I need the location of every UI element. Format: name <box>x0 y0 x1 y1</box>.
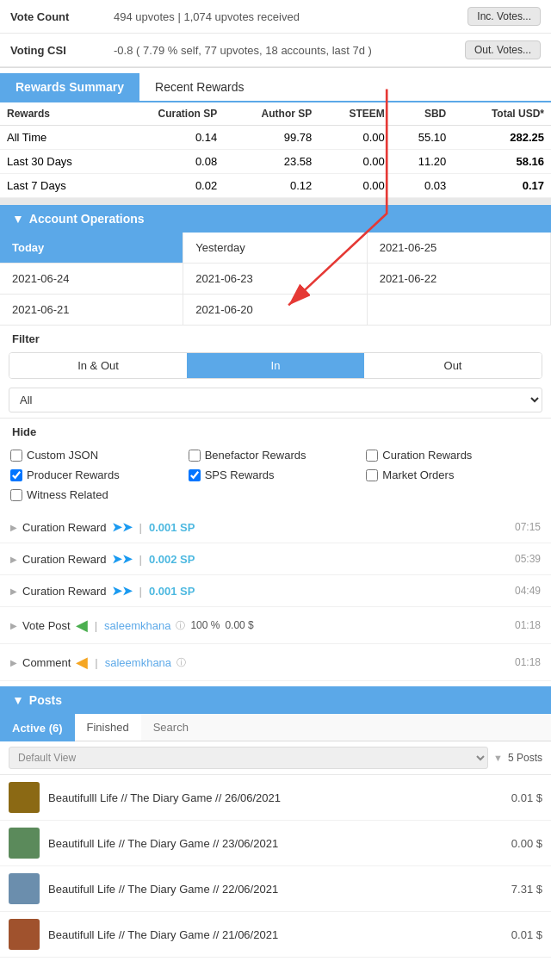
separator: | <box>139 521 142 534</box>
inc-votes-button[interactable]: Inc. Votes... <box>467 7 541 26</box>
reward-time: 04:49 <box>515 585 541 597</box>
row-total-usd: 0.17 <box>453 174 551 198</box>
post-thumbnail <box>9 782 40 813</box>
posts-search-input[interactable] <box>141 714 551 741</box>
hide-checkbox[interactable] <box>189 469 201 481</box>
post-value: 0.00 $ <box>511 837 542 850</box>
hide-item-label: Benefactor Rewards <box>205 449 306 462</box>
row-author-sp: 99.78 <box>224 126 319 150</box>
date-cell[interactable]: 2021-06-22 <box>368 264 551 295</box>
account-operations-header: ▼ Account Operations <box>0 205 551 233</box>
posts-toolbar: Default View ▼ 5 Posts <box>0 741 551 775</box>
date-cell[interactable]: 2021-06-24 <box>0 264 183 295</box>
vote-count-row: Vote Count 494 upvotes | 1,074 upvotes r… <box>0 0 551 34</box>
date-cell[interactable]: 2021-06-21 <box>0 295 183 326</box>
hide-checkbox-item[interactable]: Curation Rewards <box>364 445 542 465</box>
hide-checkbox[interactable] <box>10 489 22 501</box>
post-list-item[interactable]: Beautifull Life // The Diary Game // 23/… <box>0 821 551 866</box>
reward-percent: 100 % <box>190 619 220 631</box>
reward-expand-icon[interactable]: ▶ <box>10 658 17 667</box>
post-list-item[interactable]: Beautifulll Life // The Diary Game // 26… <box>0 775 551 821</box>
reward-time: 07:15 <box>515 521 541 533</box>
reward-time: 01:18 <box>515 656 541 668</box>
hide-item-label: Witness Related <box>27 488 108 501</box>
hide-checkbox[interactable] <box>10 469 22 481</box>
row-steem: 0.00 <box>319 150 392 174</box>
hide-checkbox-item[interactable]: Benefactor Rewards <box>187 445 365 465</box>
reward-list-item: ▶ Comment ◀ | saleemkhana ⓘ 01:18 <box>0 644 551 681</box>
col-steem: STEEM <box>319 102 392 126</box>
hide-checkbox[interactable] <box>366 450 378 462</box>
reward-expand-icon[interactable]: ▶ <box>10 523 17 532</box>
tab-active-posts[interactable]: Active (6) <box>0 714 75 741</box>
col-sbd: SBD <box>392 102 454 126</box>
row-steem: 0.00 <box>319 126 392 150</box>
voting-csi-label: Voting CSI <box>10 44 114 57</box>
date-cell[interactable]: 2021-06-23 <box>183 264 367 295</box>
table-row: Last 30 Days 0.08 23.58 0.00 11.20 58.16 <box>0 150 551 174</box>
hide-checkbox-item[interactable]: Market Orders <box>364 465 542 485</box>
tab-rewards-summary[interactable]: Rewards Summary <box>0 73 139 101</box>
posts-list: Beautifulll Life // The Diary Game // 26… <box>0 775 551 958</box>
reward-time: 05:39 <box>515 553 541 565</box>
vote-count-value: 494 upvotes | 1,074 upvotes received <box>114 10 467 23</box>
reward-sp-value: 0.002 SP <box>149 553 195 566</box>
hide-checkbox[interactable] <box>366 469 378 481</box>
rewards-tabs: Rewards Summary Recent Rewards <box>0 73 551 102</box>
row-label: All Time <box>0 126 116 150</box>
post-title: Beautifull Life // The Diary Game // 21/… <box>48 928 503 941</box>
post-title: Beautifull Life // The Diary Game // 23/… <box>48 837 503 850</box>
vote-icon: ◀ <box>76 616 88 635</box>
row-sbd: 11.20 <box>392 150 454 174</box>
voting-csi-row: Voting CSI -0.8 ( 7.79 % self, 77 upvote… <box>0 34 551 67</box>
reward-expand-icon[interactable]: ▶ <box>10 586 17 596</box>
date-cell[interactable] <box>368 295 551 326</box>
row-label: Last 7 Days <box>0 174 116 198</box>
hide-item-label: Custom JSON <box>27 449 98 462</box>
hide-label: Hide <box>0 419 551 442</box>
steem-icon: ➤➤ <box>112 520 133 534</box>
top-stats-section: Vote Count 494 upvotes | 1,074 upvotes r… <box>0 0 551 68</box>
reward-expand-icon[interactable]: ▶ <box>10 621 17 630</box>
tab-finished-posts[interactable]: Finished <box>75 714 141 741</box>
post-list-item[interactable]: Beautifull Life // The Diary Game // 22/… <box>0 866 551 912</box>
posts-view-select[interactable]: Default View <box>9 747 488 769</box>
date-cell[interactable]: 2021-06-25 <box>368 233 551 264</box>
out-votes-button[interactable]: Out. Votes... <box>465 40 541 59</box>
collapse-icon[interactable]: ▼ <box>12 212 24 226</box>
date-cell[interactable]: 2021-06-20 <box>183 295 367 326</box>
post-value: 0.01 $ <box>511 791 542 804</box>
hide-checkbox[interactable] <box>189 450 201 462</box>
post-title: Beautifull Life // The Diary Game // 22/… <box>48 883 503 896</box>
reward-list-item: ▶ Curation Reward ➤➤ | 0.002 SP 05:39 <box>0 543 551 575</box>
filter-out[interactable]: Out <box>364 353 542 378</box>
date-cell[interactable]: Yesterday <box>183 233 367 264</box>
hide-checkbox-item[interactable]: Witness Related <box>9 485 187 505</box>
separator: | <box>139 553 142 566</box>
table-row: All Time 0.14 99.78 0.00 55.10 282.25 <box>0 126 551 150</box>
hide-checkbox-item[interactable]: Producer Rewards <box>9 465 187 485</box>
posts-collapse-icon[interactable]: ▼ <box>12 693 24 707</box>
reward-sp-value: 0.001 SP <box>149 521 195 534</box>
date-cell[interactable]: Today <box>0 233 183 264</box>
reward-type-label: Comment <box>22 656 71 669</box>
hide-checkbox-item[interactable]: Custom JSON <box>9 445 187 465</box>
tab-recent-rewards[interactable]: Recent Rewards <box>139 73 260 101</box>
hide-item-label: Producer Rewards <box>27 468 120 481</box>
date-grid: TodayYesterday2021-06-252021-06-242021-0… <box>0 233 551 326</box>
separator: | <box>95 656 97 669</box>
filter-in[interactable]: In <box>187 353 364 378</box>
hide-checkbox[interactable] <box>10 450 22 462</box>
post-thumbnail <box>9 919 40 950</box>
reward-user[interactable]: saleemkhana <box>105 656 171 669</box>
reward-expand-icon[interactable]: ▶ <box>10 555 17 564</box>
user-badge-icon: ⓘ <box>176 656 186 669</box>
reward-user[interactable]: saleemkhana <box>104 619 170 632</box>
reward-list-item: ▶ Curation Reward ➤➤ | 0.001 SP 07:15 <box>0 512 551 543</box>
rewards-table: Rewards Curation SP Author SP STEEM SBD … <box>0 102 551 198</box>
filter-in-out[interactable]: In & Out <box>9 353 187 378</box>
post-title: Beautifulll Life // The Diary Game // 26… <box>48 791 503 804</box>
hide-checkbox-item[interactable]: SPS Rewards <box>187 465 365 485</box>
post-list-item[interactable]: Beautifull Life // The Diary Game // 21/… <box>0 912 551 958</box>
filter-all-dropdown[interactable]: All <box>9 388 542 412</box>
